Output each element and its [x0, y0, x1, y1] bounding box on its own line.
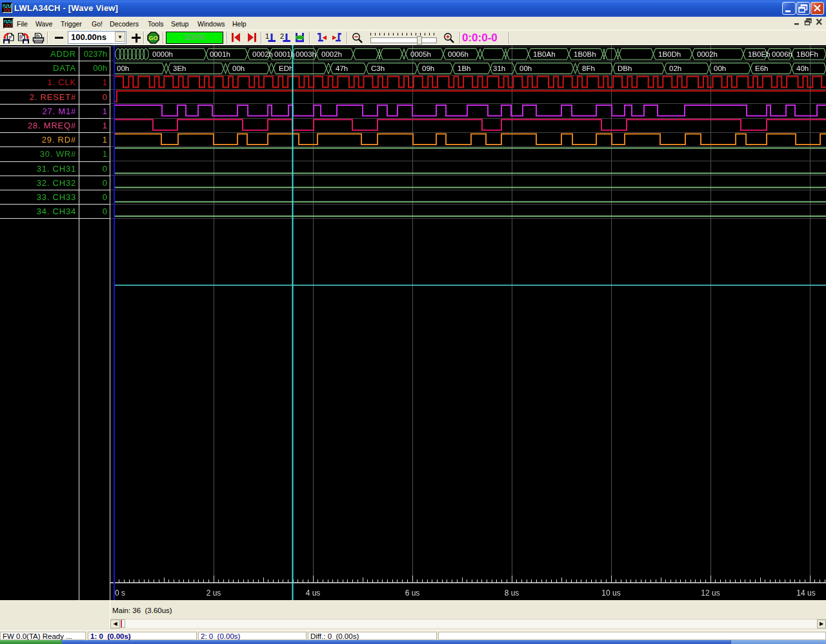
svg-text:1Bh: 1Bh: [458, 65, 470, 72]
svg-text:1B0Fh: 1B0Fh: [796, 50, 818, 58]
svg-text:0003h: 0003h: [296, 50, 316, 58]
svg-text:6 us: 6 us: [405, 589, 420, 598]
svg-text:00h: 00h: [519, 65, 532, 72]
svg-text:00h: 00h: [232, 65, 245, 72]
svg-text:0006h: 0006h: [448, 50, 468, 58]
svg-text:14 us: 14 us: [796, 589, 815, 598]
svg-text:1B0Eh: 1B0Eh: [748, 50, 771, 58]
svg-text:0001h: 0001h: [210, 50, 230, 58]
svg-text:0000h: 0000h: [152, 50, 173, 58]
svg-text:8 us: 8 us: [505, 589, 519, 598]
svg-text:0 s: 0 s: [115, 589, 125, 598]
svg-text:0005h: 0005h: [410, 50, 431, 58]
svg-text:1B0Bh: 1B0Bh: [574, 50, 596, 58]
svg-text:0006h: 0006h: [772, 50, 792, 58]
svg-text:1: 1: [265, 32, 269, 40]
svg-text:1B0Ah: 1B0Ah: [533, 50, 556, 58]
svg-text:47h: 47h: [336, 65, 348, 72]
svg-text:12 us: 12 us: [701, 589, 720, 598]
svg-text:0002h: 0002h: [321, 50, 342, 58]
svg-text:3Eh: 3Eh: [173, 65, 186, 72]
svg-text:40h: 40h: [796, 65, 809, 72]
svg-text:1B0Dh: 1B0Dh: [658, 50, 681, 58]
svg-text:00h: 00h: [714, 65, 726, 72]
svg-text:2: 2: [280, 32, 284, 40]
svg-text:0002h: 0002h: [252, 50, 273, 58]
svg-text:09h: 09h: [422, 65, 434, 72]
svg-text:02h: 02h: [669, 65, 681, 72]
svg-text:C3h: C3h: [371, 65, 385, 72]
svg-text:EDh: EDh: [279, 65, 293, 72]
svg-text:GO: GO: [148, 35, 157, 41]
svg-text:0001h: 0001h: [274, 50, 295, 58]
svg-text:10 us: 10 us: [601, 589, 620, 598]
svg-text:00h: 00h: [117, 65, 129, 72]
svg-text:31h: 31h: [493, 65, 505, 72]
svg-text:0002h: 0002h: [697, 50, 718, 58]
svg-text:4 us: 4 us: [306, 589, 321, 598]
svg-text:DBh: DBh: [618, 65, 632, 72]
svg-text:2 us: 2 us: [206, 589, 221, 598]
svg-text:8Fh: 8Fh: [582, 65, 595, 72]
svg-text:E6h: E6h: [755, 65, 768, 72]
